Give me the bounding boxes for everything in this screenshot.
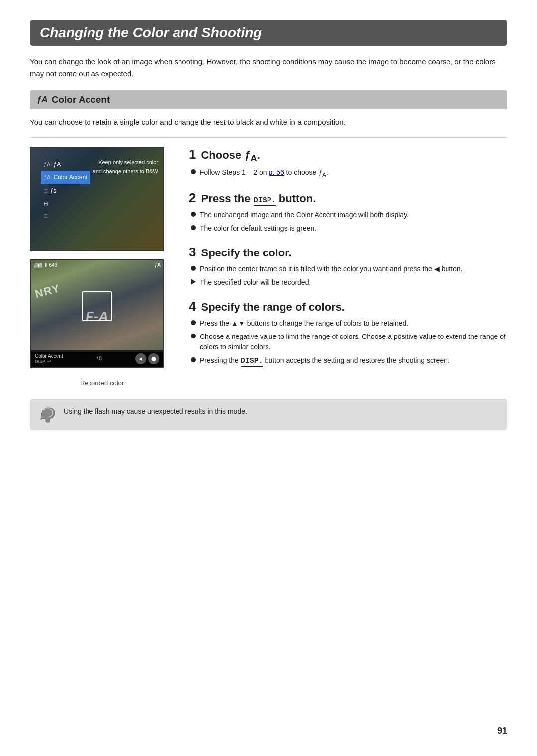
top-status-bar: ▨▨ ⬆ 643 ƒA <box>33 262 161 268</box>
menu-item-fs: □ ƒs <box>41 184 90 198</box>
step-3-title: Specify the color. <box>201 247 291 259</box>
step-1-heading: 1 Choose ƒA. <box>189 147 507 164</box>
bullet-circle-icon-2 <box>191 225 196 230</box>
images-column: ƒA ƒA ƒA Color Accent □ ƒs ⊟ <box>30 147 174 387</box>
page-number: 91 <box>497 726 507 736</box>
bullet-circle-icon-6 <box>191 357 196 362</box>
step-4-bullet-1-text: Press the ▲▼ buttons to change the range… <box>200 318 408 329</box>
step-4-heading: 4 Specify the range of colors. <box>189 299 507 314</box>
page-link-56[interactable]: p. 56 <box>269 168 284 176</box>
step-3-bullet-1-text: Position the center frame so it is fille… <box>200 264 463 274</box>
bullet-circle-icon <box>191 169 196 174</box>
bottom-center: ±0 <box>96 356 102 361</box>
bottom-disp-label: DISP. ↩ <box>35 359 63 364</box>
step-1-number: 1 <box>189 147 196 162</box>
step-3-bullet-2: The specified color will be recorded. <box>191 277 507 288</box>
camera-screen-top: ƒA ƒA ƒA Color Accent □ ƒs ⊟ <box>30 147 164 251</box>
menu-item-ca-label: ƒA <box>53 159 61 170</box>
step-2-heading: 2 Press the DISP. button. <box>189 190 507 206</box>
menu-icon-extra: ⊟ <box>44 198 48 209</box>
intro-text: You can change the look of an image when… <box>30 56 507 80</box>
step-4-number: 4 <box>189 299 196 314</box>
disp-text-2: DISP. <box>254 196 276 206</box>
bullet-circle-icon-3 <box>191 266 196 271</box>
bottom-bar: Color Accent DISP. ↩ ±0 ◀ ⬤ <box>31 350 163 367</box>
menu-list: ƒA ƒA ƒA Color Accent □ ƒs ⊟ <box>41 158 90 222</box>
step-2: 2 Press the DISP. button. The unchanged … <box>189 190 507 234</box>
step-2-bullet-1: The unchanged image and the Color Accent… <box>191 210 507 220</box>
step-3-number: 3 <box>189 245 196 260</box>
fa-italic-text: F-A <box>86 309 109 325</box>
camera-screen-bottom: ▨▨ ⬆ 643 ƒA NRY F-A Color Accent DISP. ↩… <box>30 259 164 368</box>
step-2-bullet-2-text: The color for default settings is green. <box>200 223 316 234</box>
step-4-bullet-2: Choose a negative value to limit the ran… <box>191 332 507 352</box>
photo-background-bottom: ▨▨ ⬆ 643 ƒA NRY F-A <box>31 260 163 352</box>
step-1-bullet-1-text: Follow Steps 1 – 2 on p. 56 to choose ƒA… <box>200 168 328 179</box>
bullet-circle-icon <box>191 212 196 217</box>
content-area: ƒA ƒA ƒA Color Accent □ ƒs ⊟ <box>30 147 507 387</box>
step-2-number: 2 <box>189 190 196 206</box>
bottom-right-buttons: ◀ ⬤ <box>135 353 159 364</box>
step-4: 4 Specify the range of colors. Press the… <box>189 299 507 367</box>
bullet-circle-icon-5 <box>191 334 196 338</box>
triangle-icon <box>191 279 196 285</box>
menu-item-ca-text: Color Accent <box>53 172 87 183</box>
step-2-body: The unchanged image and the Color Accent… <box>191 210 507 234</box>
step-4-bullet-3: Pressing the DISP. button accepts the se… <box>191 355 507 367</box>
step-1-title: Choose ƒA. <box>201 149 260 164</box>
step-1-body: Follow Steps 1 – 2 on p. 56 to choose ƒA… <box>191 168 507 179</box>
step-1-bullet-1: Follow Steps 1 – 2 on p. 56 to choose ƒA… <box>191 168 507 179</box>
left-arrow-button[interactable]: ◀ <box>135 353 146 364</box>
note-text: Using the flash may cause unexpected res… <box>64 406 247 417</box>
bottom-left-group: Color Accent DISP. ↩ <box>35 353 63 364</box>
menu-item-fs-label: ƒs <box>50 185 57 197</box>
step-3-body: Position the center frame so it is fille… <box>191 264 507 288</box>
note-icon <box>39 406 57 423</box>
section-header: ƒA Color Accent <box>30 90 507 109</box>
disp-text-4: DISP. <box>241 357 263 367</box>
status-right: ƒA <box>155 262 161 268</box>
step-4-title: Specify the range of colors. <box>201 301 345 314</box>
steps-column: 1 Choose ƒA. Follow Steps 1 – 2 on p. 56… <box>189 147 507 387</box>
menu-icon-ca: ƒA <box>44 172 50 183</box>
note-box: Using the flash may cause unexpected res… <box>30 399 507 430</box>
step-3-heading: 3 Specify the color. <box>189 245 507 260</box>
step-4-bullet-1: Press the ▲▼ buttons to change the range… <box>191 318 507 329</box>
step-4-body: Press the ▲▼ buttons to change the range… <box>191 318 507 367</box>
step-1: 1 Choose ƒA. Follow Steps 1 – 2 on p. 56… <box>189 147 507 179</box>
step-4-bullet-3-text: Pressing the DISP. button accepts the se… <box>200 355 449 367</box>
bullet-circle-icon-4 <box>191 320 196 325</box>
camera-screen-inner: ƒA ƒA ƒA Color Accent □ ƒs ⊟ <box>31 148 163 250</box>
status-left: ▨▨ ⬆ 643 <box>33 262 57 268</box>
step-2-bullet-1-text: The unchanged image and the Color Accent… <box>200 210 409 220</box>
page-title: Changing the Color and Shooting <box>30 20 507 46</box>
up-down-arrows: ▲▼ <box>231 319 245 327</box>
menu-icon-last: □ <box>44 211 47 221</box>
section-title: Color Accent <box>52 94 110 105</box>
step-4-bullet-2-text: Choose a negative value to limit the ran… <box>200 332 507 352</box>
menu-item-extra: ⊟ <box>41 197 90 210</box>
circle-button[interactable]: ⬤ <box>148 353 159 364</box>
section-sub-text: You can choose to retain a single color … <box>30 116 507 128</box>
recorded-color-label: Recorded color <box>30 379 174 387</box>
step-2-bullet-2: The color for default settings is green. <box>191 223 507 234</box>
menu-item-ca: ƒA ƒA <box>41 158 90 171</box>
divider <box>30 137 507 138</box>
step-3: 3 Specify the color. Position the center… <box>189 245 507 288</box>
step-2-title: Press the DISP. button. <box>201 192 316 205</box>
color-accent-icon: ƒA <box>37 95 48 105</box>
menu-icon-fs: □ <box>44 186 47 196</box>
step-3-bullet-2-text: The specified color will be recorded. <box>200 277 311 288</box>
menu-item-selected: ƒA Color Accent <box>41 171 90 184</box>
menu-icon-fa: ƒA <box>44 159 50 169</box>
menu-right-text: Keep only selected colorand change other… <box>93 158 158 176</box>
step-3-bullet-1: Position the center frame so it is fille… <box>191 264 507 274</box>
bottom-left-label: Color Accent <box>35 353 63 359</box>
menu-item-last: □ <box>41 210 90 222</box>
